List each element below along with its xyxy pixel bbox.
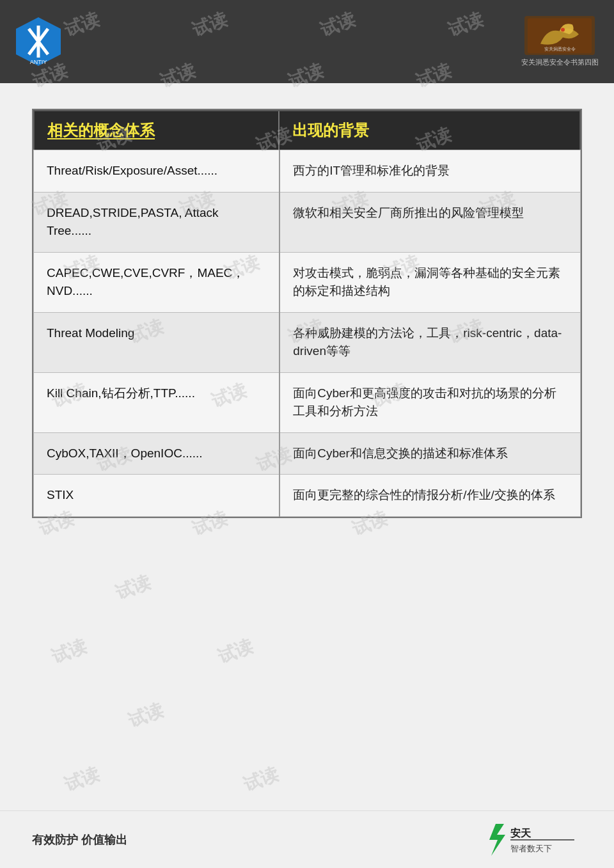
- table-cell-right: 微软和相关安全厂商所推出的风险管理模型: [279, 192, 580, 252]
- table-cell-left: Kill Chain,钻石分析,TTP......: [34, 372, 280, 432]
- header-right-caption: 安关洞悉安全令书第四图: [521, 58, 599, 67]
- table-row: STIX面向更完整的综合性的情报分析/作业/交换的体系: [34, 475, 581, 517]
- table-cell-left: CybOX,TAXII，OpenIOC......: [34, 432, 280, 475]
- table-row: CybOX,TAXII，OpenIOC......面向Cyber和信息交换的描述…: [34, 432, 581, 475]
- watermark-text: 试读: [240, 762, 282, 798]
- logo-area: ANTIY: [13, 16, 64, 67]
- svg-text:智者数天下: 智者数天下: [510, 844, 552, 853]
- logo-hexagon: ANTIY: [13, 16, 64, 67]
- footer-logo: 安天 智者数天下: [486, 821, 582, 859]
- data-table: Threat/Risk/Exposure/Asset......西方的IT管理和…: [33, 150, 581, 517]
- watermark-text: 试读: [48, 635, 90, 670]
- table-cell-right: 对攻击模式，脆弱点，漏洞等各种基础的安全元素的标定和描述结构: [279, 252, 580, 312]
- table-cell-right: 面向更完整的综合性的情报分析/作业/交换的体系: [279, 475, 580, 517]
- table-row: CAPEC,CWE,CVE,CVRF，MAEC，NVD......对攻击模式，脆…: [34, 252, 581, 312]
- watermark-text: 试读: [112, 571, 154, 606]
- table-cell-left: STIX: [34, 475, 280, 517]
- table-cell-right: 面向Cyber和信息交换的描述和标准体系: [279, 432, 580, 475]
- table-cell-right: 西方的IT管理和标准化的背景: [279, 150, 580, 193]
- col-left-header: 相关的概念体系: [35, 111, 279, 150]
- table-cell-left: Threat/Risk/Exposure/Asset......: [34, 150, 280, 193]
- footer: 有效防护 价值输出 安天 智者数天下: [0, 810, 614, 868]
- svg-point-6: [561, 28, 565, 31]
- svg-text:安天: 安天: [510, 827, 531, 839]
- svg-text:安关洞悉安全令: 安关洞悉安全令: [544, 46, 576, 51]
- table-cell-left: DREAD,STRIDE,PASTA, Attack Tree......: [34, 192, 280, 252]
- svg-text:ANTIY: ANTIY: [30, 59, 47, 65]
- header-right-logo: 安关洞悉安全令 安关洞悉安全令书第四图: [518, 16, 601, 67]
- col-right-header: 出现的背景: [279, 111, 579, 150]
- table-row: Kill Chain,钻石分析,TTP......面向Cyber和更高强度的攻击…: [34, 372, 581, 432]
- table-cell-left: Threat Modeling: [34, 312, 280, 372]
- table-row: Threat/Risk/Exposure/Asset......西方的IT管理和…: [34, 150, 581, 193]
- table-row: Threat Modeling各种威胁建模的方法论，工具，risk-centri…: [34, 312, 581, 372]
- watermark-text: 试读: [214, 635, 256, 670]
- main-content: 相关的概念体系 出现的背景 Threat/Risk/Exposure/Asset…: [0, 83, 614, 537]
- watermark-text: 试读: [61, 762, 103, 798]
- table-cell-right: 各种威胁建模的方法论，工具，risk-centric，data-driven等等: [279, 312, 580, 372]
- table-row: DREAD,STRIDE,PASTA, Attack Tree......微软和…: [34, 192, 581, 252]
- header-brand-image: 安关洞悉安全令: [524, 16, 595, 55]
- table-cell-left: CAPEC,CWE,CVE,CVRF，MAEC，NVD......: [34, 252, 280, 312]
- watermark-text: 试读: [125, 698, 167, 734]
- table-cell-right: 面向Cyber和更高强度的攻击和对抗的场景的分析工具和分析方法: [279, 372, 580, 432]
- concept-table: 相关的概念体系 出现的背景 Threat/Risk/Exposure/Asset…: [32, 109, 582, 518]
- footer-tagline: 有效防护 价值输出: [32, 832, 127, 848]
- header: ANTIY 安关洞悉安全令 安关洞悉安全令书第四图: [0, 0, 614, 83]
- table-header-row: 相关的概念体系 出现的背景: [33, 110, 581, 150]
